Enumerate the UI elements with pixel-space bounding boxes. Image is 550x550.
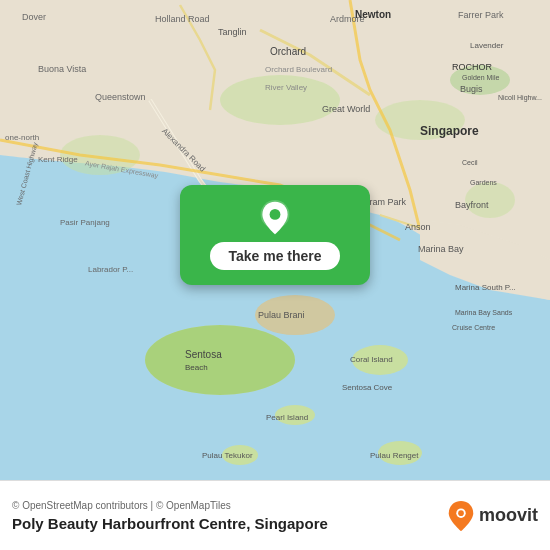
svg-point-59 (458, 510, 464, 516)
location-pin-icon (257, 200, 293, 236)
svg-text:Coral Island: Coral Island (350, 355, 393, 364)
svg-text:Kent Ridge: Kent Ridge (38, 155, 78, 164)
svg-text:Newton: Newton (355, 9, 391, 20)
svg-text:River Valley: River Valley (265, 83, 307, 92)
svg-text:Gardens: Gardens (470, 179, 497, 186)
svg-text:Beach: Beach (185, 363, 208, 372)
svg-text:Cecil: Cecil (462, 159, 478, 166)
moovit-brand-text: moovit (479, 505, 538, 526)
map-container: Holland Road Ardmore Newton Farrer Park … (0, 0, 550, 480)
svg-text:Queenstown: Queenstown (95, 92, 146, 102)
svg-text:Sentosa Cove: Sentosa Cove (342, 383, 393, 392)
svg-text:Singapore: Singapore (420, 124, 479, 138)
action-card: Take me there (180, 185, 370, 285)
svg-text:Pulau Tekukor: Pulau Tekukor (202, 451, 253, 460)
svg-text:one-north: one-north (5, 133, 39, 142)
svg-text:Pulau Renget: Pulau Renget (370, 451, 419, 460)
svg-text:Pearl Island: Pearl Island (266, 413, 308, 422)
svg-text:Holland Road: Holland Road (155, 14, 210, 24)
svg-text:ROCHOR: ROCHOR (452, 62, 492, 72)
svg-text:Bayfront: Bayfront (455, 200, 489, 210)
svg-text:Lavender: Lavender (470, 41, 504, 50)
svg-text:Marina Bay Sands: Marina Bay Sands (455, 309, 513, 317)
moovit-logo: moovit (447, 500, 538, 532)
svg-text:Marina South P...: Marina South P... (455, 283, 516, 292)
svg-text:Dover: Dover (22, 12, 46, 22)
bottom-bar: © OpenStreetMap contributors | © OpenMap… (0, 480, 550, 550)
svg-text:Orchard Boulevard: Orchard Boulevard (265, 65, 332, 74)
svg-text:Pulau Brani: Pulau Brani (258, 310, 305, 320)
svg-text:Farrer Park: Farrer Park (458, 10, 504, 20)
svg-point-7 (145, 325, 295, 395)
moovit-pin-icon (447, 500, 475, 532)
svg-text:Buona Vista: Buona Vista (38, 64, 86, 74)
svg-text:Tanglin: Tanglin (218, 27, 247, 37)
svg-text:Pasir Panjang: Pasir Panjang (60, 218, 110, 227)
svg-text:Labrador P...: Labrador P... (88, 265, 133, 274)
svg-text:Orchard: Orchard (270, 46, 306, 57)
svg-text:Golden Mile: Golden Mile (462, 74, 499, 81)
take-me-there-button[interactable]: Take me there (210, 242, 339, 270)
svg-text:Great World: Great World (322, 104, 370, 114)
svg-point-57 (270, 209, 281, 220)
svg-text:Sentosa: Sentosa (185, 349, 222, 360)
svg-text:Anson: Anson (405, 222, 431, 232)
svg-text:Nicoll Highw...: Nicoll Highw... (498, 94, 542, 102)
svg-text:Bugis: Bugis (460, 84, 483, 94)
svg-text:Cruise Centre: Cruise Centre (452, 324, 495, 331)
svg-text:Marina Bay: Marina Bay (418, 244, 464, 254)
